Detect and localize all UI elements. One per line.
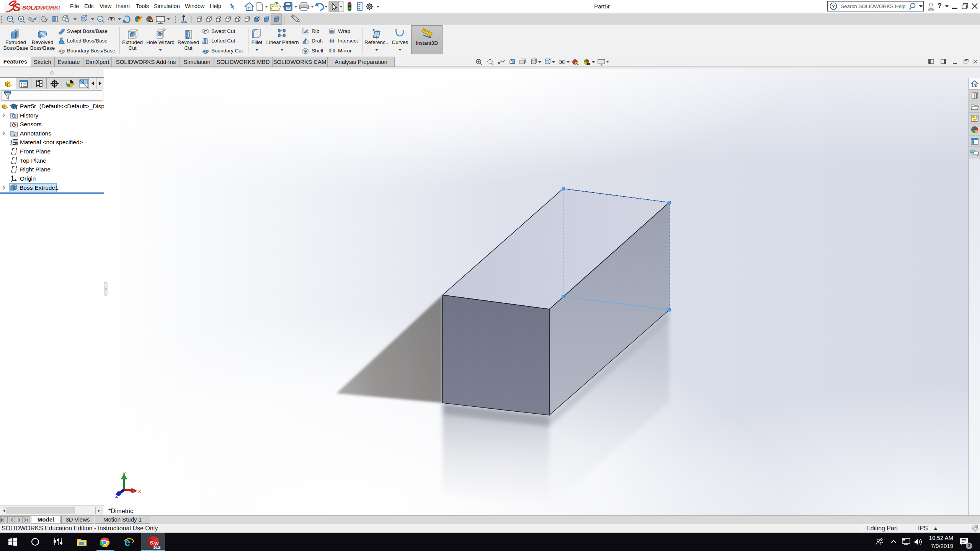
svg-text:?: ? bbox=[832, 3, 835, 9]
svg-text:2018: 2018 bbox=[154, 546, 160, 549]
svg-text:Z: Z bbox=[115, 493, 118, 499]
svg-text:*Dimetric: *Dimetric bbox=[108, 508, 133, 514]
svg-text:Y: Y bbox=[122, 471, 126, 477]
svg-text:A: A bbox=[13, 133, 15, 137]
svg-text:X: X bbox=[138, 489, 141, 494]
svg-text:S: S bbox=[150, 540, 153, 546]
